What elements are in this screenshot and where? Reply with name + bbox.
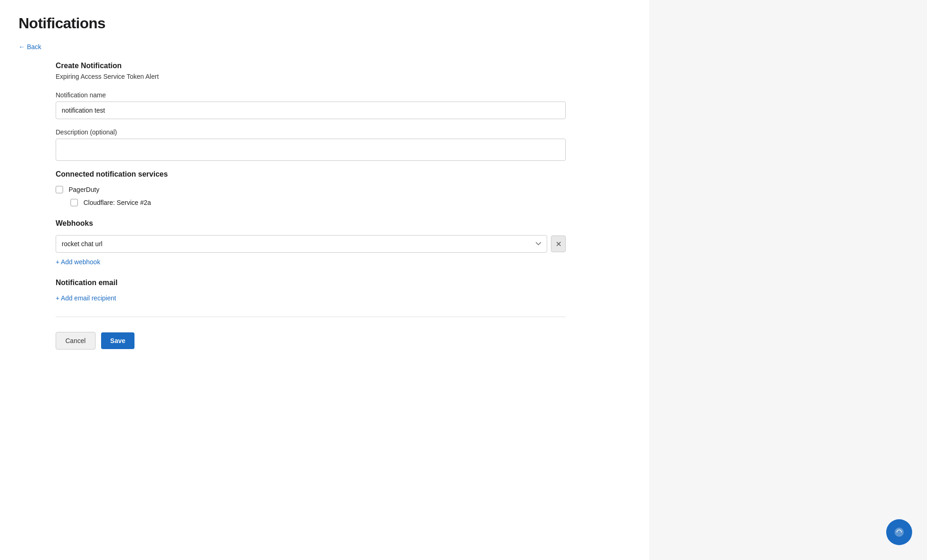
remove-webhook-button[interactable]: ✕ [551,235,566,252]
x-icon: ✕ [556,240,562,248]
notification-type-label: Expiring Access Service Token Alert [56,73,631,80]
add-email-button[interactable]: + Add email recipient [56,294,116,302]
page-title: Notifications [19,15,631,32]
back-arrow: ← [19,43,25,51]
service-pagerduty[interactable]: PagerDuty [56,186,631,193]
back-label: Back [27,43,41,51]
cancel-button[interactable]: Cancel [56,332,96,350]
description-input[interactable] [56,139,566,161]
email-section: Notification email + Add email recipient [56,279,631,302]
form-container: Create Notification Expiring Access Serv… [56,62,631,350]
description-field-group: Description (optional) [56,128,631,161]
service-cloudflare[interactable]: Cloudflare: Service #2a [70,199,631,206]
add-webhook-label: + Add webhook [56,258,100,266]
add-email-label: + Add email recipient [56,294,116,302]
action-buttons: Cancel Save [56,332,631,350]
svg-point-0 [895,528,904,537]
cloudflare-checkbox[interactable] [70,199,78,206]
pagerduty-label: PagerDuty [69,186,99,193]
notification-name-input[interactable] [56,102,566,119]
webhook-row: rocket chat url slack webhook teams webh… [56,235,566,253]
cloudflare-label: Cloudflare: Service #2a [83,199,151,206]
services-checkbox-group: PagerDuty Cloudflare: Service #2a [56,186,631,206]
notification-name-label: Notification name [56,91,631,99]
webhooks-heading: Webhooks [56,219,631,228]
create-notification-heading: Create Notification [56,62,631,70]
webhook-select[interactable]: rocket chat url slack webhook teams webh… [56,235,547,253]
webhooks-section: Webhooks rocket chat url slack webhook t… [56,219,631,266]
add-webhook-button[interactable]: + Add webhook [56,258,100,266]
save-button[interactable]: Save [101,332,135,349]
description-label: Description (optional) [56,128,631,136]
page-container: Notifications ← Back Create Notification… [0,0,649,560]
notification-name-field-group: Notification name [56,91,631,119]
pagerduty-checkbox[interactable] [56,186,63,193]
fab-icon [894,527,904,537]
back-link[interactable]: ← Back [19,43,41,51]
services-section: Connected notification services PagerDut… [56,170,631,206]
email-heading: Notification email [56,279,631,287]
connected-services-heading: Connected notification services [56,170,631,178]
divider [56,317,566,317]
fab-button[interactable] [886,519,912,545]
